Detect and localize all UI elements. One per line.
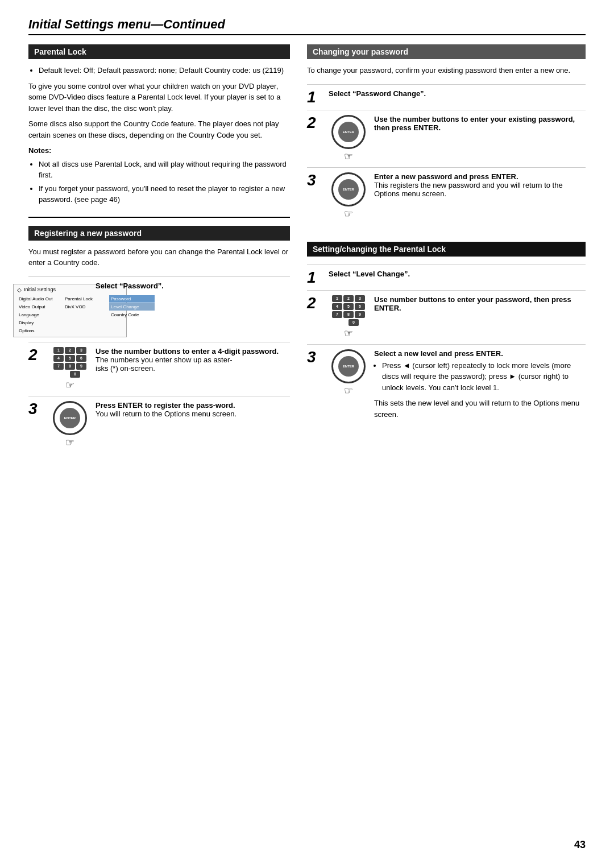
chg-step2-content: Use the number buttons to enter your exi… [374,115,586,132]
reg-step2-number: 2 [28,347,44,363]
page-header: Initial Settings menu—Continued [28,17,586,35]
setting-parental-steps: 1 Select “Level Change”. 2 123 456 789 [307,264,586,429]
set-step1-content: Select “Level Change”. [329,270,586,278]
chg-step2-icon: ENTER ☞ [329,115,368,163]
reg-step3: 3 ENTER ☞ Press ENTER to register [28,396,290,453]
page-title-sub: Continued [163,17,225,31]
registering-steps: 1 ◇ Initial Settings Digital Audio Out P… [28,276,290,453]
chg-step2-number: 2 [307,115,323,131]
chg-step1-number: 1 [307,89,323,105]
set-step1: 1 Select “Level Change”. [307,264,586,290]
set-step2-content: Use number buttons to enter your passwor… [374,295,586,312]
reg-step1: 1 ◇ Initial Settings Digital Audio Out P… [28,276,290,342]
chg-step1-content: Select “Password Change”. [329,89,586,98]
set-step3-detail2: This sets the new level and you will ret… [374,398,586,420]
chg-step3: 3 ENTER ☞ Enter a new password an [307,167,586,225]
set-step2-icon: 123 456 789 0 ☞ [329,295,368,340]
changing-password-intro: To change your password, confirm your ex… [307,65,586,76]
set-step3-number: 3 [307,349,323,365]
notes-label: Notes: [28,145,290,156]
reg-step1-content: Select “Password”. [96,282,290,290]
page-number: 43 [574,839,586,851]
set-step3-detail1: Press ◄ (cursor left) repeatedly to lock… [382,360,586,394]
section-divider [28,217,290,218]
reg-step1-icon: ◇ Initial Settings Digital Audio Out Par… [50,282,90,337]
set-step2: 2 123 456 789 0 ☞ [307,290,586,344]
set-step1-number: 1 [307,270,323,286]
changing-password-section: Changing your password To change your pa… [307,44,586,225]
chg-step1: 1 Select “Password Change”. [307,84,586,110]
reg-step2-icon: 123 456 789 0 ☞ [50,347,90,391]
reg-step2-content: Use the number buttons to enter a 4-digi… [96,347,290,373]
parental-lock-section: Parental Lock Default level: Off; Defaul… [28,44,290,205]
set-step3: 3 ENTER ☞ Select a new level and [307,344,586,429]
set-step3-content: Select a new level and press ENTER. Pres… [374,349,586,425]
registering-title: Registering a new password [28,226,290,241]
chg-step2: 2 ENTER ☞ Use the number buttons [307,110,586,167]
reg-step3-number: 3 [28,401,44,417]
parental-lock-note1: Not all discs use Parental Lock, and wil… [39,159,290,181]
reg-step3-icon: ENTER ☞ [50,401,90,449]
registering-intro: You must register a password before you … [28,246,290,268]
set-step2-number: 2 [307,295,323,311]
page-title-main: Initial Settings menu [28,17,151,31]
parental-lock-title: Parental Lock [28,44,290,59]
parental-lock-para1: To give you some control over what your … [28,81,290,114]
changing-password-title: Changing your password [307,44,586,59]
set-step3-icon: ENTER ☞ [329,349,368,397]
parental-lock-note2: If you forget your password, you'll need… [39,183,290,205]
chg-step3-content: Enter a new password and press ENTER. Th… [374,172,586,198]
changing-password-steps: 1 Select “Password Change”. 2 ENTER [307,84,586,225]
page-title-sep: — [151,17,163,31]
setting-parental-title: Setting/changing the Parental Lock [307,242,586,257]
chg-step3-icon: ENTER ☞ [329,172,368,220]
reg-step3-content: Press ENTER to register the pass-word. Y… [96,401,290,418]
registering-section: Registering a new password You must regi… [28,226,290,453]
chg-step3-number: 3 [307,172,323,188]
setting-parental-section: Setting/changing the Parental Lock 1 Sel… [307,242,586,429]
parental-lock-para2: Some discs also support the Country Code… [28,118,290,140]
reg-step2: 2 123 456 789 0 ☞ [28,342,290,396]
parental-lock-bullet1: Default level: Off; Default password: no… [39,65,290,76]
